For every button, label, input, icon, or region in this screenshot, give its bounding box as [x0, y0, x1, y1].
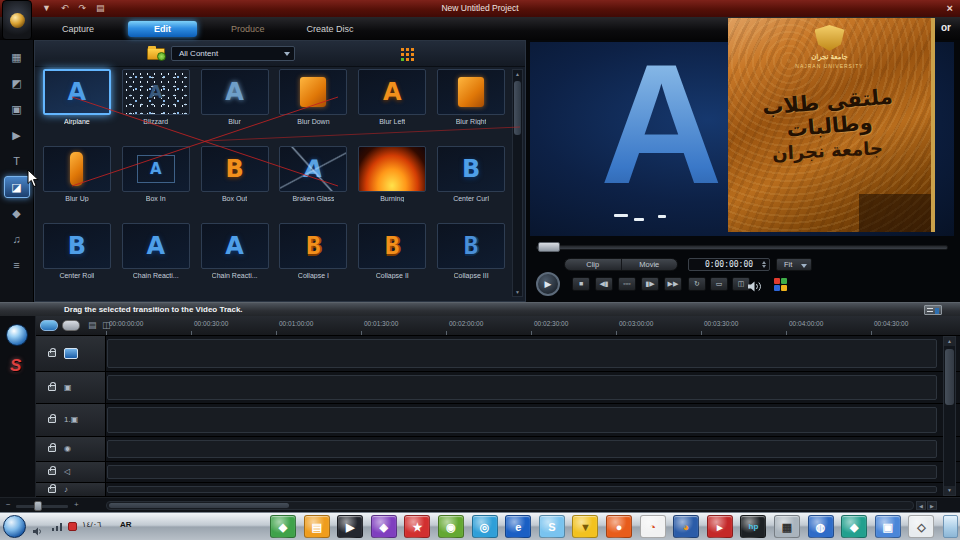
play-button[interactable]: ▶ — [536, 272, 560, 296]
movie-mode-button[interactable]: Movie — [622, 259, 678, 270]
transition-item[interactable]: ABlur — [199, 69, 271, 146]
scrub-control[interactable]: ▫▫▫ — [618, 277, 636, 291]
sidebar-item-media[interactable]: ▦ — [4, 46, 30, 68]
zoom-slider-handle[interactable] — [34, 501, 42, 511]
track-header-overlay-track[interactable]: ▣ — [36, 372, 106, 403]
timecode-field[interactable]: 0:00:00:00 — [688, 258, 770, 271]
track-manager-icon[interactable]: ▤ — [88, 320, 97, 331]
taskbar-app-icon[interactable]: ● — [606, 515, 632, 538]
taskbar-language-indicator[interactable]: AR — [120, 520, 132, 529]
transition-item[interactable]: ABlur Left — [356, 69, 428, 146]
storyboard-view-button[interactable] — [62, 320, 80, 331]
show-desktop-button[interactable] — [943, 515, 958, 538]
sidebar-item-video[interactable]: ▶ — [4, 124, 30, 146]
tab-produce[interactable]: Produce — [223, 24, 273, 34]
sidebar-item-graphic[interactable]: ◆ — [4, 202, 30, 224]
track-header-video-track[interactable] — [36, 336, 106, 371]
library-scrollbar[interactable] — [512, 69, 523, 297]
sort-grid-button[interactable] — [401, 48, 415, 61]
track-header-title-track[interactable]: ◉ — [36, 437, 106, 461]
fast-forward-button[interactable]: ▶▶ — [664, 277, 682, 291]
transition-item[interactable]: BCenter Roll — [41, 223, 113, 300]
timeline-vscrollbar-thumb[interactable] — [945, 349, 954, 405]
zoom-slider[interactable] — [16, 505, 68, 508]
taskbar-app-icon[interactable]: S — [539, 515, 565, 538]
taskbar-app-icon[interactable]: e — [505, 515, 531, 538]
content-filter-dropdown[interactable]: All Content — [171, 46, 295, 61]
timeline-vscrollbar[interactable]: ▲ ▼ — [943, 336, 956, 496]
transition-item[interactable]: ABlizzard — [120, 69, 192, 146]
volume-icon[interactable] — [748, 278, 763, 296]
next-frame-button[interactable]: ▮▶ — [641, 277, 659, 291]
taskbar-app-icon[interactable]: ▶ — [337, 515, 363, 538]
enlarge-button[interactable]: ▭ — [710, 277, 728, 291]
tab-create-disc[interactable]: Create Disc — [299, 24, 362, 34]
taskbar-app-icon[interactable]: ◇ — [908, 515, 934, 538]
taskbar-app-icon[interactable]: ◆ — [270, 515, 296, 538]
transition-item[interactable]: AAirplane — [41, 69, 113, 146]
transition-item[interactable]: BCollapse III — [435, 223, 507, 300]
lock-icon[interactable] — [48, 469, 56, 475]
taskbar-app-icon[interactable]: ▸ — [707, 515, 733, 538]
sidebar-item-filter[interactable]: ♫ — [4, 228, 30, 250]
library-scrollbar-thumb[interactable] — [514, 81, 521, 135]
track-header-overlay-track-2[interactable]: 1.▣ — [36, 404, 106, 436]
taskbar-alert-icon[interactable] — [68, 522, 77, 531]
seek-bar[interactable] — [536, 245, 948, 250]
clip-mode-button[interactable]: Clip — [565, 259, 622, 270]
taskbar-app-icon[interactable]: ▤ — [304, 515, 330, 538]
sidebar-item-title[interactable]: T — [4, 150, 30, 172]
transition-item[interactable]: BCollapse I — [278, 223, 350, 300]
sidebar-item-instant-project[interactable]: ◩ — [4, 72, 30, 94]
enlarge-preview-button[interactable] — [774, 278, 787, 291]
track-lane[interactable] — [106, 437, 938, 461]
zoom-out-icon[interactable]: − — [6, 500, 11, 509]
home-button[interactable]: ◀▮ — [595, 277, 613, 291]
scroll-left-icon[interactable]: ◀ — [916, 501, 926, 510]
app-logo-button[interactable] — [2, 0, 32, 40]
taskbar-app-icon[interactable]: hp — [740, 515, 766, 538]
track-lane[interactable] — [106, 462, 938, 482]
scroll-down-icon[interactable]: ▼ — [944, 486, 955, 495]
taskbar-app-icon[interactable]: ◕ — [673, 515, 699, 538]
lock-icon[interactable] — [48, 487, 56, 493]
taskbar-app-icon[interactable]: ★ — [404, 515, 430, 538]
sidebar-item-photo[interactable]: ▣ — [4, 98, 30, 120]
zoom-fit-dropdown[interactable]: Fit — [776, 258, 812, 271]
timecode-down-icon[interactable] — [762, 265, 766, 268]
transition-item[interactable]: ABroken Glass — [278, 146, 350, 223]
track-header-music-track[interactable]: ♪ — [36, 483, 106, 496]
scroll-right-icon[interactable]: ▶ — [927, 501, 937, 510]
taskbar-app-icon[interactable]: ◈ — [371, 515, 397, 538]
tab-capture[interactable]: Capture — [54, 24, 102, 34]
track-lane[interactable] — [106, 372, 938, 403]
lock-icon[interactable] — [48, 417, 56, 423]
taskbar-orb-icon[interactable] — [3, 515, 26, 538]
lock-icon[interactable] — [48, 446, 56, 452]
taskbar-clock[interactable]: ١٤/٠٦ — [82, 520, 101, 529]
taskbar-network-icon[interactable] — [52, 523, 62, 531]
transition-item[interactable]: BCenter Curl — [435, 146, 507, 223]
seek-handle[interactable] — [538, 242, 560, 252]
storyboard-view-icon[interactable] — [924, 305, 942, 315]
taskbar-app-icon[interactable]: ◎ — [472, 515, 498, 538]
add-folder-button[interactable] — [147, 48, 165, 60]
timeline-view-button[interactable] — [40, 320, 58, 331]
lock-icon[interactable] — [48, 351, 56, 357]
transition-item[interactable]: BBox Out — [199, 146, 271, 223]
taskbar-app-icon[interactable]: ▼ — [572, 515, 598, 538]
transition-item[interactable]: Burning — [356, 146, 428, 223]
timecode-up-icon[interactable] — [762, 261, 766, 264]
taskbar-app-icon[interactable]: ▣ — [875, 515, 901, 538]
track-lane[interactable] — [106, 483, 938, 496]
taskbar-app-icon[interactable]: ◆ — [841, 515, 867, 538]
track-header-voice-track[interactable]: ◁ — [36, 462, 106, 482]
taskbar-volume-icon[interactable] — [33, 522, 44, 540]
repeat-button[interactable]: ↻ — [688, 277, 706, 291]
taskbar-app-icon[interactable]: ◍ — [808, 515, 834, 538]
taskbar-app-icon[interactable]: ▦ — [774, 515, 800, 538]
sidebar-item-transition[interactable]: ◪ — [4, 176, 30, 198]
transition-item[interactable]: ABox In — [120, 146, 192, 223]
transition-item[interactable]: Blur Down — [278, 69, 350, 146]
transition-item[interactable]: AChain Reacti... — [120, 223, 192, 300]
